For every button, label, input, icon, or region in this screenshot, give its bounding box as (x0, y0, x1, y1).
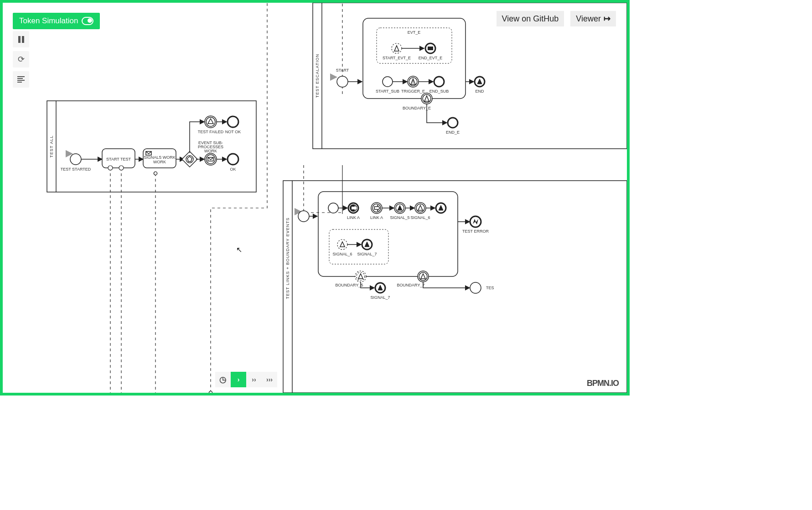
svg-text:LINK A: LINK A (370, 215, 383, 220)
lane-esc-label: TEST ESCALATION (315, 54, 320, 98)
speed-3x-button[interactable]: ››› (262, 372, 277, 387)
svg-point-6 (119, 166, 124, 170)
svg-text:TEST STARTED: TEST STARTED (61, 167, 91, 172)
start-event-test-started[interactable] (70, 154, 81, 165)
start-event-escalation[interactable] (337, 76, 348, 87)
svg-text:SIGNAL_6: SIGNAL_6 (332, 252, 352, 256)
svg-text:SIGNAL_7: SIGNAL_7 (357, 252, 377, 256)
end-not-ok[interactable] (228, 116, 238, 127)
start-event-links[interactable] (298, 211, 309, 222)
speed-controls: ◷ › ›› ››› (215, 372, 277, 387)
svg-text:START TEST: START TEST (106, 157, 131, 161)
svg-point-5 (108, 166, 113, 170)
svg-text:SIGNAL_6: SIGNAL_6 (410, 215, 430, 220)
event-start-sub[interactable] (383, 77, 393, 87)
svg-text:START_EVT_E: START_EVT_E (383, 56, 411, 60)
lane-test-all[interactable]: TEST ALL TEST STARTED START TEST SIGNALS… (47, 101, 256, 192)
svg-text:EVT_E: EVT_E (408, 30, 421, 35)
end-e[interactable] (448, 118, 458, 128)
speed-1x-button[interactable]: › (231, 372, 246, 387)
event-end-sub[interactable] (434, 77, 444, 87)
svg-text:SIGNAL_5: SIGNAL_5 (390, 215, 409, 220)
lane-test-links[interactable]: TEST LINKS + BOUNDARY EVENTS LINK A LINK… (283, 181, 627, 393)
svg-text:TES: TES (486, 286, 494, 290)
svg-text:END_E: END_E (446, 130, 460, 135)
view-github-link[interactable]: View on GitHub (497, 11, 564, 26)
bpmn-logo: BPMN.IO (587, 379, 619, 388)
speed-2x-button[interactable]: ›› (246, 372, 262, 387)
viewer-link[interactable]: Viewer ↦ (570, 11, 616, 26)
event-test-failed[interactable] (205, 116, 217, 128)
svg-text:OK: OK (230, 167, 236, 172)
svg-text:WORK: WORK (204, 149, 217, 153)
svg-rect-1 (47, 101, 256, 192)
svg-text:SIGNALS WORK: SIGNALS WORK (144, 155, 176, 160)
svg-text:TEST FAILED: TEST FAILED (198, 130, 224, 134)
svg-text:NOT OK: NOT OK (225, 130, 241, 134)
svg-text:END: END (475, 89, 484, 94)
event-links-start[interactable] (328, 203, 338, 213)
diagram-canvas[interactable]: TEST ALL TEST STARTED START TEST SIGNALS… (3, 3, 627, 393)
view-github-label: View on GitHub (502, 14, 559, 24)
svg-text:TEST ERROR: TEST ERROR (462, 229, 489, 234)
speed-gauge-button[interactable]: ◷ (215, 372, 231, 387)
svg-text:TRIGGER_E: TRIGGER_E (401, 89, 425, 94)
exit-icon: ↦ (604, 14, 610, 24)
svg-text:START: START (336, 68, 349, 73)
svg-text:START_SUB: START_SUB (376, 89, 399, 94)
event-subproc-work[interactable] (205, 153, 217, 165)
lane-test-all-label: TEST ALL (49, 135, 54, 158)
event-tes[interactable] (470, 282, 481, 293)
svg-text:BOUNDARY_7: BOUNDARY_7 (397, 283, 425, 287)
viewer-label: Viewer (576, 14, 601, 24)
svg-text:SIGNAL_7: SIGNAL_7 (370, 295, 390, 300)
svg-text:END_SUB: END_SUB (429, 89, 449, 94)
svg-text:END_EVT_E: END_EVT_E (419, 56, 443, 60)
svg-text:BOUNDARY_5: BOUNDARY_5 (336, 283, 363, 287)
play-start-escalation[interactable] (330, 73, 337, 81)
gateway-event[interactable] (182, 151, 197, 167)
svg-text:WORK: WORK (153, 160, 166, 164)
lane-links-label: TEST LINKS + BOUNDARY EVENTS (285, 218, 290, 299)
svg-rect-28 (428, 47, 433, 50)
svg-text:LINK A: LINK A (347, 215, 360, 220)
end-ok[interactable] (228, 154, 238, 165)
